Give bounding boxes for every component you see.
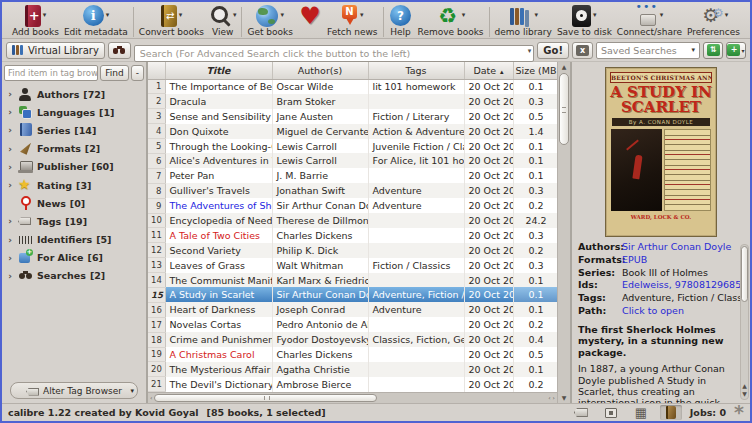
date-cell[interactable]: 20 Oct 2010 [464,243,513,258]
size-cell[interactable]: 0.2 [513,377,559,392]
cover-browser-toggle-button[interactable] [600,405,622,420]
book-row[interactable]: 3 Sense and Sensibility Jane Austen Fict… [148,109,559,124]
field-value[interactable]: Book III of Holmes [622,267,740,280]
expander-arrow-icon[interactable] [6,89,14,99]
search-history-arrow-icon[interactable] [528,47,532,55]
expander-arrow-icon[interactable] [6,216,14,226]
fetch-news-button[interactable]: Fetch news [327,4,378,38]
book-row[interactable]: 13 Leaves of Grass Walt Whitman Fiction … [148,258,559,273]
row-number-cell[interactable]: 1 [148,79,165,94]
tags-cell[interactable] [368,243,464,258]
header-date[interactable]: Date▴ [464,62,513,79]
authors-cell[interactable]: Fyodor Dostoyevsky & G... [272,332,368,347]
authors-cell[interactable]: Sir Arthur Conan Doyle [272,287,368,302]
size-cell[interactable]: 0.5 [513,109,559,124]
tags-cell[interactable]: Fiction / Classics [368,258,464,273]
tag-browser-collapse-button[interactable]: - [131,65,144,81]
title-cell[interactable]: Sense and Sensibility [165,109,272,124]
tags-cell[interactable] [368,347,464,362]
row-number-cell[interactable]: 4 [148,124,165,139]
row-number-cell[interactable]: 14 [148,273,165,288]
row-number-cell[interactable]: 20 [148,362,165,377]
connect-share-button[interactable]: Connect/share [617,4,682,38]
title-cell[interactable]: Dracula [165,94,272,109]
size-cell[interactable]: 0.2 [513,198,559,213]
size-cell[interactable]: 0.2 [513,243,559,258]
size-cell[interactable]: 0.4 [513,332,559,347]
scroll-down-icon[interactable]: ▼ [562,394,567,402]
title-cell[interactable]: Second Variety [165,243,272,258]
row-number-cell[interactable]: 11 [148,228,165,243]
chevron-down-icon[interactable] [130,387,134,395]
title-cell[interactable]: Crime and Punishment [165,332,272,347]
size-cell[interactable]: 1.4 [513,124,559,139]
date-cell[interactable]: 20 Oct 2010 [464,258,513,273]
sidebar-item-for-alice[interactable]: For Alice [6] [4,249,144,267]
tags-cell[interactable] [368,377,464,392]
authors-cell[interactable]: Ambrose Bierce [272,377,368,392]
book-row[interactable]: 21 The Devil's Dictionary Ambrose Bierce… [148,377,559,392]
tags-cell[interactable]: Classics, Fiction, General,... [368,332,464,347]
vertical-scrollbar[interactable]: ▲ ▼ [557,62,570,403]
tags-cell[interactable]: For Alice, lit 101 homework [368,153,464,168]
tags-cell[interactable]: Action & Adventure, Ficti... [368,124,464,139]
advanced-search-button[interactable] [108,42,131,59]
saved-searches-combo[interactable]: Saved Searches [596,42,700,59]
scroll-right-icon[interactable]: › [553,394,555,402]
title-cell[interactable]: Peter Pan [165,168,272,183]
vertical-scroll-thumb[interactable] [559,73,569,145]
authors-cell[interactable]: Lewis Carroll [272,153,368,168]
book-row[interactable]: 20 The Mysterious Affair at Styles Agath… [148,362,559,377]
tags-cell[interactable]: Juvenile Fiction / Classics [368,139,464,154]
sidebar-item-series[interactable]: Series [14] [4,121,144,139]
size-cell[interactable]: 0.3 [513,258,559,273]
title-cell[interactable]: The Importance of Being Ear... [165,79,272,94]
authors-cell[interactable]: Miguel de Cervantes Saa... [272,124,368,139]
authors-cell[interactable]: Charles Dickens [272,228,368,243]
authors-cell[interactable]: Pedro Antonio de Alarcón [272,317,368,332]
title-cell[interactable]: The Devil's Dictionary [165,377,272,392]
jobs-status[interactable]: Jobs: 0 [690,407,726,418]
sidebar-item-authors[interactable]: Authors [72] [4,85,144,103]
expander-arrow-icon[interactable] [6,125,14,135]
book-cover[interactable]: BEETON'S CHRISTMAS ANNUAL A STUDY IN SCA… [605,67,717,237]
row-number-cell[interactable]: 3 [148,109,165,124]
book-row[interactable]: 10 Encyclopedia of Needlework Therese de… [148,213,559,228]
tags-cell[interactable] [368,213,464,228]
dropdown-arrow-icon[interactable] [233,12,237,19]
authors-cell[interactable]: Agatha Christie [272,362,368,377]
title-cell[interactable]: Through the Looking-Glass [165,139,272,154]
authors-cell[interactable]: Charles Dickens [272,347,368,362]
field-value[interactable]: Edelweiss, 9780812968545 [622,279,740,292]
copy-search-button[interactable] [703,42,723,59]
date-cell[interactable]: 20 Oct 2010 [464,79,513,94]
field-value[interactable]: EPUB [622,254,740,267]
book-row[interactable]: 15 A Study in Scarlet Sir Arthur Conan D… [148,287,559,302]
size-cell[interactable]: 24.2 [513,213,559,228]
row-number-cell[interactable]: 17 [148,317,165,332]
date-cell[interactable]: 20 Oct 2010 [464,332,513,347]
jobs-spinner-icon[interactable] [734,405,744,421]
title-cell[interactable]: A Tale of Two Cities [165,228,272,243]
date-cell[interactable]: 20 Oct 2010 [464,302,513,317]
size-cell[interactable]: 0.3 [513,228,559,243]
date-cell[interactable]: 20 Oct 2010 [464,347,513,362]
title-cell[interactable]: Don Quixote [165,124,272,139]
row-number-cell[interactable]: 6 [148,153,165,168]
row-number-cell[interactable]: 9 [148,198,165,213]
title-cell[interactable]: Gulliver's Travels [165,183,272,198]
sidebar-item-formats[interactable]: Formats [2] [4,140,144,158]
tags-cell[interactable] [368,273,464,288]
size-cell[interactable]: 0.5 [513,347,559,362]
size-cell[interactable]: 0.1 [513,139,559,154]
scroll-down-icon[interactable]: ▼ [742,390,747,398]
row-number-cell[interactable]: 7 [148,168,165,183]
row-number-cell[interactable]: 15 [148,287,165,302]
row-number-cell[interactable]: 16 [148,302,165,317]
tags-cell[interactable] [368,317,464,332]
authors-cell[interactable]: Bram Stoker [272,94,368,109]
expander-arrow-icon[interactable] [6,107,14,117]
book-row[interactable]: 14 The Communist Manifesto Karl Marx & F… [148,273,559,288]
date-cell[interactable]: 20 Oct 2010 [464,183,513,198]
expander-arrow-icon[interactable] [6,180,14,190]
